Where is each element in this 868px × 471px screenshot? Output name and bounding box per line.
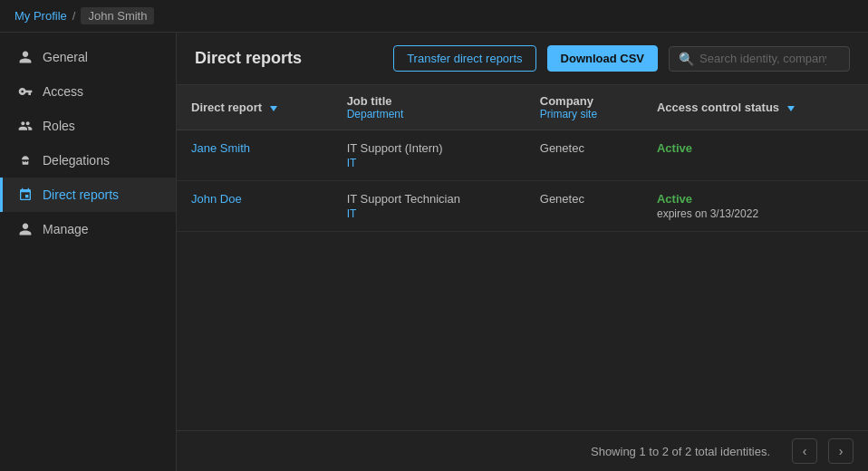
search-box: 🔍 [669, 46, 850, 72]
filter-icon[interactable] [270, 106, 277, 111]
col-header-direct-report: Direct report [177, 85, 333, 130]
search-input[interactable] [699, 52, 826, 65]
department: IT [347, 157, 511, 169]
cell-job: IT Support (Intern) IT [333, 130, 526, 181]
sidebar-item-label: General [43, 50, 88, 64]
sidebar-item-general[interactable]: General [0, 40, 176, 74]
direct-reports-icon [17, 187, 34, 203]
cell-company: Genetec [526, 130, 642, 181]
person-icon [17, 49, 34, 65]
table-container: Direct report Job title Department Compa… [177, 85, 868, 430]
roles-icon [17, 118, 34, 134]
job-title: IT Support Technician [347, 192, 511, 206]
cell-status: Active [642, 130, 868, 181]
company-name: Genetec [540, 192, 628, 206]
manage-icon [17, 221, 34, 237]
status-badge: Active [657, 141, 854, 155]
col-header-access-status: Access control status [642, 85, 868, 130]
status-badge: Active [657, 192, 854, 206]
sidebar-item-label: Roles [43, 119, 75, 133]
transfer-button[interactable]: Transfer direct reports [393, 45, 535, 72]
breadcrumb-separator: / [72, 9, 76, 23]
next-page-button[interactable]: › [828, 438, 854, 464]
company-name: Genetec [540, 141, 628, 155]
sidebar-item-access[interactable]: Access [0, 74, 176, 109]
breadcrumb-link[interactable]: My Profile [14, 9, 67, 23]
direct-reports-table: Direct report Job title Department Compa… [177, 85, 868, 232]
page-title: Direct reports [195, 49, 382, 68]
cell-job: IT Support Technician IT [333, 181, 526, 232]
sidebar-item-direct-reports[interactable]: Direct reports [0, 178, 176, 212]
sidebar-item-roles[interactable]: Roles [0, 109, 176, 143]
cell-name: Jane Smith [177, 130, 333, 181]
department: IT [347, 207, 511, 220]
col-header-company: Company Primary site [526, 85, 642, 130]
breadcrumb-current: John Smith [81, 7, 154, 24]
content-header: Direct reports Transfer direct reports D… [177, 33, 868, 85]
sidebar-item-manage[interactable]: Manage [0, 212, 176, 246]
cell-name: John Doe [177, 181, 333, 232]
name-link[interactable]: Jane Smith [191, 141, 250, 155]
table-header-row: Direct report Job title Department Compa… [177, 85, 868, 130]
col-header-job-title: Job title Department [333, 85, 526, 130]
name-link[interactable]: John Doe [191, 192, 242, 206]
sidebar-item-delegations[interactable]: Delegations [0, 143, 176, 178]
prev-page-button[interactable]: ‹ [792, 438, 817, 464]
filter-icon[interactable] [787, 106, 795, 111]
cell-company: Genetec [526, 181, 642, 232]
job-title: IT Support (Intern) [347, 141, 511, 155]
cell-status: Active expires on 3/13/2022 [642, 181, 868, 232]
sidebar-item-label: Delegations [43, 153, 110, 168]
pagination-info: Showing 1 to 2 of 2 total identities. [191, 445, 781, 458]
table-row: John Doe IT Support Technician IT Genete… [177, 181, 868, 232]
search-icon: 🔍 [679, 52, 694, 66]
sidebar: General Access Roles Delegations Direct [0, 33, 177, 471]
status-note: expires on 3/13/2022 [657, 207, 854, 220]
table-row: Jane Smith IT Support (Intern) IT Genete… [177, 130, 868, 181]
sidebar-item-label: Direct reports [43, 187, 119, 202]
top-bar: My Profile / John Smith [0, 0, 868, 33]
sidebar-item-label: Access [43, 84, 83, 99]
sidebar-item-label: Manage [43, 222, 89, 236]
key-icon [17, 83, 34, 100]
content-area: Direct reports Transfer direct reports D… [177, 33, 868, 471]
delegations-icon [17, 152, 34, 168]
download-csv-button[interactable]: Download CSV [547, 45, 658, 72]
main-layout: General Access Roles Delegations Direct [0, 33, 868, 471]
content-footer: Showing 1 to 2 of 2 total identities. ‹ … [177, 430, 868, 471]
